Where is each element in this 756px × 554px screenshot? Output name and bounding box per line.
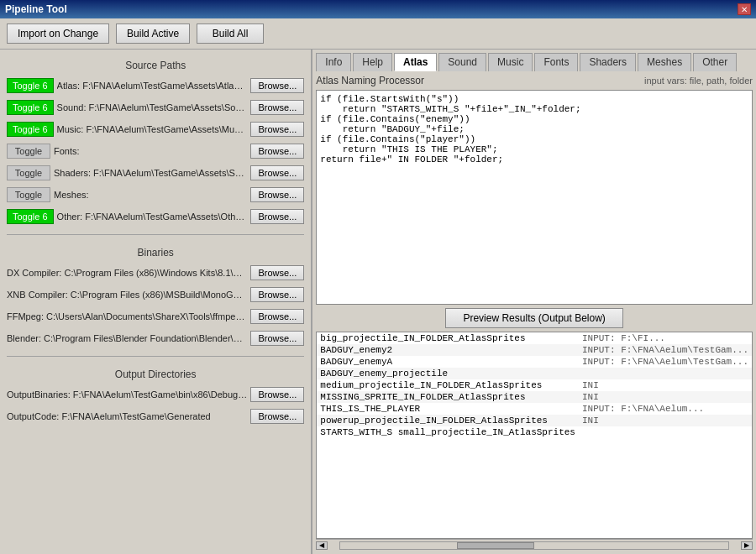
output-dir-title: Output Directories [7,368,304,380]
output-row-binaries: OutputBinaries: F:\FNA\Aelum\TestGame\bi… [7,387,304,402]
toggle-fonts-button[interactable]: Toggle [7,144,50,159]
xnb-label: XNB Compiler: C:\Program Files (x86)\MSB… [7,290,247,300]
input-vars-label: input vars: file, path, folder [644,76,753,86]
browse-dxc-button[interactable]: Browse... [250,265,304,280]
dxc-label: DX Compiler: C:\Program Files (x86)\Wind… [7,268,247,278]
results-table: big_projectile_IN_FOLDER_AtlasSpritesINP… [317,332,752,438]
tab-other[interactable]: Other [693,53,737,71]
horizontal-scrollbar[interactable]: ◀ ▶ [316,539,753,551]
tab-sound[interactable]: Sound [438,53,486,71]
scroll-right-arrow[interactable]: ▶ [741,541,753,550]
other-path-label: Other: F:\FNA\Aelum\TestGame\Assets\Othe… [57,212,248,222]
binaries-title: Binaries [7,247,304,259]
results-area: big_projectile_IN_FOLDER_AtlasSpritesINP… [316,332,753,540]
tab-shaders[interactable]: Shaders [580,53,636,71]
toggle-sound-button[interactable]: Toggle 6 [7,100,54,115]
result-row: MISSING_SPRITE_IN_FOLDER_AtlasSpritesINI [317,391,752,403]
binary-row-dxc: DX Compiler: C:\Program Files (x86)\Wind… [7,265,304,280]
main-window: Import on Change Build Active Build All … [0,18,756,554]
browse-sound-button[interactable]: Browse... [250,100,304,115]
preview-results-button[interactable]: Preview Results (Output Below) [445,308,622,328]
result-row: BADGUY_enemyAINPUT: F:\FNA\Aelum\TestGam… [317,356,752,368]
window-title: Pipeline Tool [5,3,67,15]
toggle-shaders-button[interactable]: Toggle [7,165,50,180]
browse-blender-button[interactable]: Browse... [250,331,304,346]
tab-meshes[interactable]: Meshes [638,53,691,71]
music-path-label: Music: F:\FNA\Aelum\TestGame\Assets\Musi… [57,124,248,134]
atlas-path-label: Atlas: F:\FNA\Aelum\TestGame\Assets\Atla… [57,81,248,91]
result-row: BADGUY_enemy_projectile [317,368,752,379]
source-row-sound: Toggle 6 Sound: F:\FNA\Aelum\TestGame\As… [7,100,304,115]
meshes-path-label: Meshes: [54,190,247,200]
source-row-other: Toggle 6 Other: F:\FNA\Aelum\TestGame\As… [7,209,304,224]
result-row: big_projectile_IN_FOLDER_AtlasSpritesINP… [317,332,752,344]
source-row-music: Toggle 6 Music: F:\FNA\Aelum\TestGame\As… [7,122,304,137]
blender-label: Blender: C:\Program Files\Blender Founda… [7,333,247,343]
result-row: BADGUY_enemy2INPUT: F:\FNA\Aelum\TestGam… [317,344,752,356]
toggle-atlas-button[interactable]: Toggle 6 [7,78,54,93]
build-all-button[interactable]: Build All [197,24,264,44]
browse-output-binaries-button[interactable]: Browse... [250,387,304,402]
build-active-button[interactable]: Build Active [116,24,190,44]
shaders-path-label: Shaders: F:\FNA\Aelum\TestGame\Assets\Sh… [54,168,247,178]
tab-music[interactable]: Music [488,53,533,71]
toggle-music-button[interactable]: Toggle 6 [7,122,54,137]
scroll-left-arrow[interactable]: ◀ [316,541,328,550]
result-row: powerup_projectile_IN_FOLDER_AtlasSprite… [317,415,752,426]
browse-music-button[interactable]: Browse... [250,122,304,137]
source-row-meshes: Toggle Meshes: Browse... [7,187,304,202]
panel-title: Atlas Naming Processor [316,75,424,86]
binary-row-ffmpeg: FFMpeg: C:\Users\Alan\Documents\ShareX\T… [7,309,304,324]
separator-1 [7,234,304,235]
output-binaries-label: OutputBinaries: F:\FNA\Aelum\TestGame\bi… [7,389,247,400]
right-panel: Info Help Atlas Sound Music Fonts Shader… [312,50,756,554]
tab-fonts[interactable]: Fonts [534,53,578,71]
scrollbar-track[interactable] [339,541,729,550]
browse-output-code-button[interactable]: Browse... [250,409,304,424]
tab-info[interactable]: Info [316,53,351,71]
browse-shaders-button[interactable]: Browse... [250,165,304,180]
sound-path-label: Sound: F:\FNA\Aelum\TestGame\Assets\Soun… [57,102,248,112]
tab-help[interactable]: Help [353,53,392,71]
tab-bar: Info Help Atlas Sound Music Fonts Shader… [316,53,753,71]
title-bar: Pipeline Tool ✕ [0,0,756,18]
binary-row-xnb: XNB Compiler: C:\Program Files (x86)\MSB… [7,287,304,302]
preview-btn-wrap: Preview Results (Output Below) [316,308,753,328]
source-row-fonts: Toggle Fonts: Browse... [7,144,304,159]
source-row-atlas: Toggle 6 Atlas: F:\FNA\Aelum\TestGame\As… [7,78,304,93]
ffmpeg-label: FFMpeg: C:\Users\Alan\Documents\ShareX\T… [7,311,247,321]
fonts-path-label: Fonts: [54,146,247,156]
browse-xnb-button[interactable]: Browse... [250,287,304,302]
toggle-other-button[interactable]: Toggle 6 [7,209,54,224]
output-row-code: OutputCode: F:\FNA\Aelum\TestGame\Genera… [7,409,304,424]
result-row: medium_projectile_IN_FOLDER_AtlasSprites… [317,379,752,391]
close-button[interactable]: ✕ [738,3,751,15]
import-on-change-button[interactable]: Import on Change [7,24,109,44]
result-row: STARTS_WITH_S small_projectile_IN_AtlasS… [317,426,752,438]
toolbar: Import on Change Build Active Build All [0,18,756,50]
browse-meshes-button[interactable]: Browse... [250,187,304,202]
binary-row-blender: Blender: C:\Program Files\Blender Founda… [7,331,304,346]
left-panel: Source Paths Toggle 6 Atlas: F:\FNA\Aelu… [0,50,312,554]
scrollbar-thumb[interactable] [457,542,534,549]
result-row: THIS_IS_THE_PLAYERINPUT: F:\FNA\Aelum... [317,403,752,415]
browse-fonts-button[interactable]: Browse... [250,144,304,159]
output-code-label: OutputCode: F:\FNA\Aelum\TestGame\Genera… [7,411,247,421]
code-editor[interactable]: if (file.StartsWith("s")) return "STARTS… [316,90,753,305]
browse-other-button[interactable]: Browse... [250,209,304,224]
tab-atlas[interactable]: Atlas [394,53,437,71]
source-paths-title: Source Paths [7,60,304,71]
separator-2 [7,356,304,357]
source-row-shaders: Toggle Shaders: F:\FNA\Aelum\TestGame\As… [7,165,304,180]
browse-atlas-button[interactable]: Browse... [250,78,304,93]
content-area: Source Paths Toggle 6 Atlas: F:\FNA\Aelu… [0,50,756,554]
browse-ffmpeg-button[interactable]: Browse... [250,309,304,324]
toggle-meshes-button[interactable]: Toggle [7,187,50,202]
